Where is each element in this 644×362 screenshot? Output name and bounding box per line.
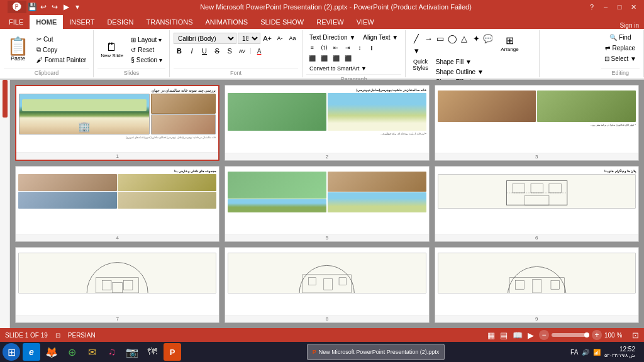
slide-3-number: 3 <box>435 153 638 160</box>
italic-button[interactable]: I <box>186 45 197 57</box>
increase-font-size-btn[interactable]: A+ <box>262 33 273 44</box>
view-slide-sorter-btn[interactable]: ▤ <box>500 331 508 340</box>
taskbar-ppt-icon[interactable]: P <box>164 343 181 361</box>
quick-access-icon[interactable]: 🅟 <box>8 1 26 13</box>
layout-button[interactable]: ⊞Layout▾ <box>128 35 165 45</box>
text-shadow-button[interactable]: S <box>224 45 235 57</box>
quick-styles-btn[interactable]: QuickStyles <box>409 57 431 72</box>
slide-thumb-9[interactable]: 9 <box>435 247 639 323</box>
taskbar-firefox-icon[interactable]: 🦊 <box>43 343 60 361</box>
svg-point-16 <box>508 266 566 293</box>
view-slideshow-btn[interactable]: ▶ <box>528 331 534 340</box>
replace-button[interactable]: ⇄Replace <box>602 43 638 53</box>
underline-button[interactable]: U <box>199 45 210 57</box>
taskbar-mail-icon[interactable]: ✉ <box>83 343 101 361</box>
close-button[interactable]: ✕ <box>628 2 639 12</box>
decrease-font-size-btn[interactable]: A- <box>274 33 286 44</box>
zoom-slider[interactable] <box>552 333 589 337</box>
align-right-btn[interactable]: ⬛ <box>330 53 341 63</box>
qa-dropdown-btn[interactable]: ▾ <box>72 1 83 13</box>
taskbar-ie-icon[interactable]: e <box>23 343 40 361</box>
tab-design[interactable]: DESIGN <box>101 15 140 29</box>
fit-slide-btn[interactable]: ⊡ <box>632 331 639 340</box>
undo-quick-btn[interactable]: ↩ <box>38 1 49 13</box>
find-button[interactable]: 🔍Find <box>606 33 634 42</box>
more-shapes[interactable]: ▾ <box>409 45 423 56</box>
slide-thumb-8[interactable]: 8 <box>225 247 429 323</box>
bullet-list-btn[interactable]: ≡ <box>306 43 318 53</box>
cut-button[interactable]: ✂Cut <box>33 35 89 44</box>
svg-rect-1 <box>513 184 525 192</box>
taskbar-network-icon[interactable]: 📶 <box>593 349 601 356</box>
char-spacing-button[interactable]: AV <box>236 45 248 57</box>
shape-outline-btn[interactable]: Shape Outline ▼ <box>433 67 487 77</box>
zoom-out-btn[interactable]: − <box>539 330 549 340</box>
strikethrough-button[interactable]: S <box>211 45 223 57</box>
slide-thumb-7[interactable]: 7 <box>15 247 219 323</box>
view-reading-btn[interactable]: 📖 <box>513 331 523 340</box>
redo-quick-btn[interactable]: ↪ <box>49 1 60 13</box>
align-text-button[interactable]: Align Text ▼ <box>360 33 401 42</box>
slide-thumb-3[interactable]: • چهار اتاق غذاخوری مجزا در برنامه پیش ر… <box>435 85 639 161</box>
text-direction-button[interactable]: Text Direction ▼ <box>306 33 358 42</box>
taskbar-camera-icon[interactable]: 📷 <box>123 343 141 361</box>
line-spacing-btn[interactable]: ↕ <box>354 43 365 53</box>
minimize-button[interactable]: – <box>600 2 611 12</box>
slide-7-content <box>16 248 219 315</box>
save-quick-btn[interactable]: 💾 <box>26 1 38 13</box>
tab-home[interactable]: HOME <box>30 15 63 29</box>
taskbar-music-icon[interactable]: ♫ <box>103 343 121 361</box>
tab-review[interactable]: REVIEW <box>310 15 350 29</box>
reset-button[interactable]: ↺Reset <box>128 45 165 55</box>
maximize-button[interactable]: □ <box>614 2 625 12</box>
sign-in-link[interactable]: Sign in <box>614 22 644 29</box>
status-bar: SLIDE 1 OF 19 ⊡ PERSIAN ▦ ▤ 📖 ▶ − + 100 … <box>0 328 644 342</box>
slide-thumb-6[interactable]: پلان ها و دیاگرام های بنا 6 <box>435 166 639 242</box>
shape-fill-btn[interactable]: Shape Fill ▼ <box>433 57 487 67</box>
taskbar-volume-icon[interactable]: 🔊 <box>582 349 589 356</box>
font-family-select[interactable]: Calibri (Body) <box>174 33 236 44</box>
slide-thumb-2[interactable]: خانه سالمندان در حاشیه نیوجرسی(ساجل نیوج… <box>225 85 429 161</box>
tab-insert[interactable]: INSERT <box>63 15 101 29</box>
tab-animations[interactable]: ANIMATIONS <box>199 15 255 29</box>
slide-thumb-1[interactable]: بررسی چند نمونه خانه سالمندان در جهان خا… <box>15 85 219 161</box>
align-left-btn[interactable]: ⬛ <box>306 53 318 63</box>
arrange-button[interactable]: ⊞ Arrange <box>496 33 523 54</box>
new-slide-button[interactable]: 🗒 New Slide <box>97 40 126 60</box>
copy-button[interactable]: ⧉Copy <box>33 45 89 55</box>
decrease-indent-btn[interactable]: ⇤ <box>330 43 341 53</box>
start-presentation-btn[interactable]: ▶ <box>60 1 72 13</box>
taskbar-ppt-window-btn[interactable]: P New Microsoft PowerPoint Presentation … <box>307 344 445 360</box>
section-button[interactable]: §Section▾ <box>128 55 165 65</box>
callout-shape[interactable]: 💬 <box>481 33 492 44</box>
increase-indent-btn[interactable]: ⇥ <box>342 43 353 53</box>
arch-drawing-9 <box>438 253 635 293</box>
zoom-in-btn[interactable]: + <box>592 330 602 340</box>
slide-thumb-5[interactable]: 5 <box>225 166 429 242</box>
tab-transitions[interactable]: TRANSITIONS <box>140 15 199 29</box>
slide-thumb-4[interactable]: مجموعه های داخلی و خارجی بنا 4 <box>15 166 219 242</box>
start-button[interactable]: ⊞ <box>3 343 20 361</box>
align-center-btn[interactable]: ⬛ <box>318 53 330 63</box>
select-button[interactable]: ⊡Select ▼ <box>601 54 640 63</box>
bold-button[interactable]: B <box>174 45 185 57</box>
slide-6-content: پلان ها و دیاگرام های بنا <box>435 167 638 234</box>
slide-scroll-panel[interactable] <box>0 80 10 328</box>
tab-file[interactable]: FILE <box>3 15 30 29</box>
view-normal-btn[interactable]: ▦ <box>487 331 495 340</box>
notes-button[interactable]: ⊡ <box>55 332 60 339</box>
justify-btn[interactable]: ⬛ <box>342 53 353 63</box>
font-color-button[interactable]: A <box>253 45 265 57</box>
tab-slideshow[interactable]: SLIDE SHOW <box>254 15 310 29</box>
help-button[interactable]: ? <box>586 2 597 12</box>
tab-view[interactable]: VIEW <box>350 15 380 29</box>
taskbar-chrome-icon[interactable]: ⊕ <box>63 343 80 361</box>
font-size-select[interactable]: 18 <box>238 33 260 44</box>
paste-button[interactable]: 📋 Paste <box>4 36 32 63</box>
number-list-btn[interactable]: ⑴ <box>318 43 330 53</box>
columns-btn[interactable]: ⫿ <box>366 43 377 53</box>
format-painter-button[interactable]: 🖌Format Painter <box>33 55 89 65</box>
change-case-btn[interactable]: Aa <box>287 33 298 44</box>
taskbar-maps-icon[interactable]: 🗺 <box>143 343 161 361</box>
convert-smartart-btn[interactable]: Convert to SmartArt ▼ <box>306 64 370 73</box>
